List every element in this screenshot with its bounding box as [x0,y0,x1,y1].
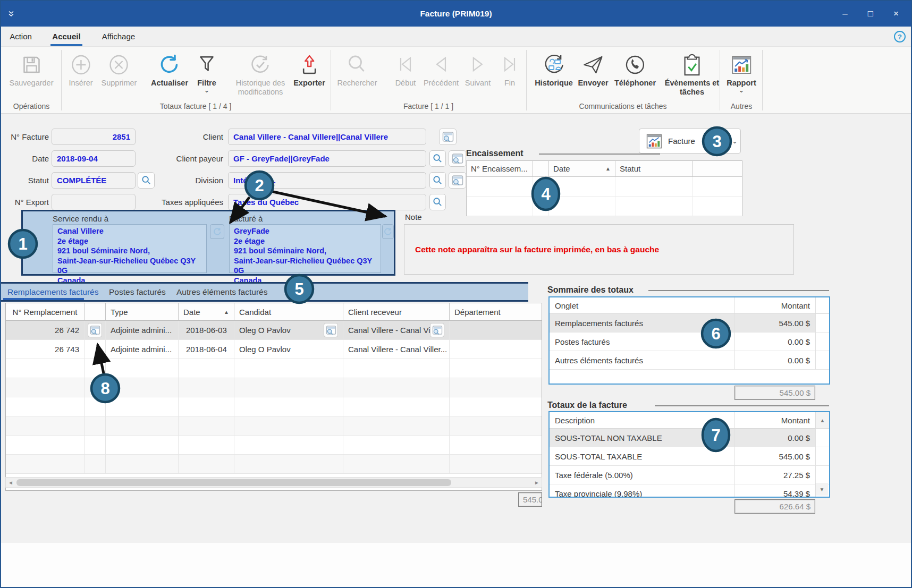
export-number-field[interactable] [52,194,136,210]
encaissement-col-blank[interactable] [533,161,549,177]
encaissement-col-statut[interactable]: Statut [615,161,693,177]
previous-record-button[interactable]: Précédent [424,51,459,88]
encaissement-col-date[interactable]: Date▲ [549,161,615,177]
table-row[interactable]: Remplacements facturés 545.00 $ [550,314,829,333]
save-button[interactable]: Sauvegarder [9,51,53,88]
division-search-button[interactable] [429,172,446,189]
last-record-label: Fin [504,79,515,88]
phone-button[interactable]: Téléphoner [614,51,656,88]
record-lookup-icon [452,175,463,185]
service-address-textarea[interactable]: Canal Villere 2e étage 921 boul Séminair… [53,224,207,273]
last-record-button[interactable]: Fin [498,51,521,88]
cell-description: Taxe provinciale (9.98%) [550,484,734,498]
tab-autres-elements-factures[interactable]: Autres éléments facturés [176,284,267,300]
totaux-col-montant[interactable]: Montant [734,412,815,429]
table-row[interactable]: SOUS-TOTAL TAXABLE 545.00 $ [550,447,829,466]
encaissement-empty-row [467,177,742,197]
delete-button[interactable]: Supprimer [102,51,137,88]
col-candidat[interactable]: Candidat [234,303,343,321]
record-lookup-icon [442,132,454,142]
table-row[interactable]: 26 742 Adjointe admini... 2018-06-03 Ole… [6,321,542,340]
billing-address-refresh-button[interactable] [382,224,394,239]
help-icon[interactable]: ? [894,31,906,42]
scroll-down-icon[interactable]: ▼ [815,483,828,496]
row-open-button[interactable] [88,323,102,337]
status-field[interactable]: COMPLÉTÉE [52,172,136,189]
col-type[interactable]: Type [106,303,179,321]
sommaire-col-blank [815,297,829,314]
billing-address-textarea[interactable]: GreyFade 2e étage 921 boul Séminaire Nor… [229,224,381,273]
table-row[interactable]: 26 743 Adjointe admini... 2018-06-04 Ole… [6,340,542,359]
invoice-number-field[interactable]: 2851 [52,129,136,145]
report-type-dropdown[interactable]: Facture ⌄ [639,129,741,154]
minimize-button[interactable]: – [832,5,858,23]
client-open-button[interactable] [430,323,444,337]
encaissement-col-blank2[interactable] [693,161,742,177]
change-history-button[interactable]: Historique des modifications [226,51,295,97]
tab-postes-factures[interactable]: Postes facturés [109,284,166,300]
sommaire-col-montant[interactable]: Montant [734,297,815,314]
client-field[interactable]: Canal Villere - Canal Villere||Canal Vil… [228,129,426,145]
refresh-button[interactable]: Actualiser [151,51,188,88]
search-records-button[interactable]: Rechercher [337,51,377,88]
status-lookup-button[interactable] [138,172,155,189]
filter-button[interactable]: Filtre ⌄ [196,51,218,93]
table-row[interactable]: Autres éléments facturés 0.00 $ [550,351,829,370]
division-field[interactable]: Intérim Inc. [228,172,426,189]
col-num-remplacement[interactable]: N° Remplacement [6,303,85,321]
chevron-down-icon[interactable]: ⌄ [732,137,738,145]
report-button[interactable]: Rapport ⌄ [727,51,756,93]
col-client-receveur[interactable]: Client receveur [343,303,450,321]
empty-row [6,416,542,436]
insert-button[interactable]: Insérer [69,51,92,88]
first-record-icon [394,51,417,79]
applied-taxes-field[interactable]: Taxes du Québec [228,194,426,210]
note-textarea[interactable]: Cette note apparaîtra sur la facture imp… [404,224,794,275]
totaux-col-description[interactable]: Description [550,412,734,429]
col-date[interactable]: Date▲ [179,303,234,321]
table-row[interactable]: Taxe provinciale (9.98%) 54.39 $ [550,484,829,498]
date-field[interactable]: 2018-09-04 [52,150,136,167]
sommaire-col-onglet[interactable]: Onglet [550,297,734,314]
close-button[interactable]: × [883,5,909,23]
table-row[interactable]: SOUS-TOTAL NON TAXABLE 0.00 $ [550,429,829,447]
paying-client-search-button[interactable] [429,150,446,167]
scrollbar-thumb[interactable] [16,479,451,486]
tab-accueil[interactable]: Accueil [50,27,82,46]
export-label: Exporter [293,79,325,88]
communications-history-label: Historique [535,79,573,88]
group-label-autres: Autres [731,102,752,110]
cell-montant: 54.39 $ [734,484,815,498]
tab-affichage[interactable]: Affichage [100,27,137,46]
next-record-button[interactable]: Suivant [465,51,491,88]
table-row[interactable]: Postes facturés 0.00 $ [550,333,829,351]
paying-client-field[interactable]: GF - GreyFade||GreyFade [228,150,426,167]
record-lookup-icon [326,326,336,335]
scroll-right-icon[interactable]: ► [532,480,542,485]
send-button[interactable]: Envoyer [578,51,608,88]
first-record-label: Début [395,79,416,88]
table-row[interactable]: Taxe fédérale (5.00%) 27.25 $ [550,466,829,484]
scroll-up-icon[interactable]: ▲ [815,412,829,429]
scroll-left-icon[interactable]: ◄ [6,480,15,485]
app-window: Facture (PRIM019) – □ × Action Accueil A… [0,0,912,588]
col-icon[interactable] [85,303,106,321]
col-departement[interactable]: Département [450,303,542,321]
paying-client-open-button[interactable] [449,150,466,167]
horizontal-scrollbar[interactable]: ◄ ► [5,477,542,488]
candidate-open-button[interactable] [324,323,338,337]
next-record-icon [466,51,489,79]
applied-taxes-search-button[interactable] [429,194,446,210]
events-tasks-button[interactable]: Évènements et tâches [662,51,722,97]
client-open-button[interactable] [439,129,457,145]
address-line: 921 boul Séminaire Nord, [234,246,376,256]
encaissement-col-num[interactable]: N° Encaissem... [467,161,533,177]
export-button[interactable]: Exporter [293,51,325,88]
first-record-button[interactable]: Début [394,51,417,88]
service-address-refresh-button[interactable] [210,224,224,239]
tab-action[interactable]: Action [7,27,34,46]
empty-row [6,436,542,455]
maximize-button[interactable]: □ [858,5,883,23]
communications-history-button[interactable]: Historique [535,51,573,88]
division-open-button[interactable] [449,172,466,189]
